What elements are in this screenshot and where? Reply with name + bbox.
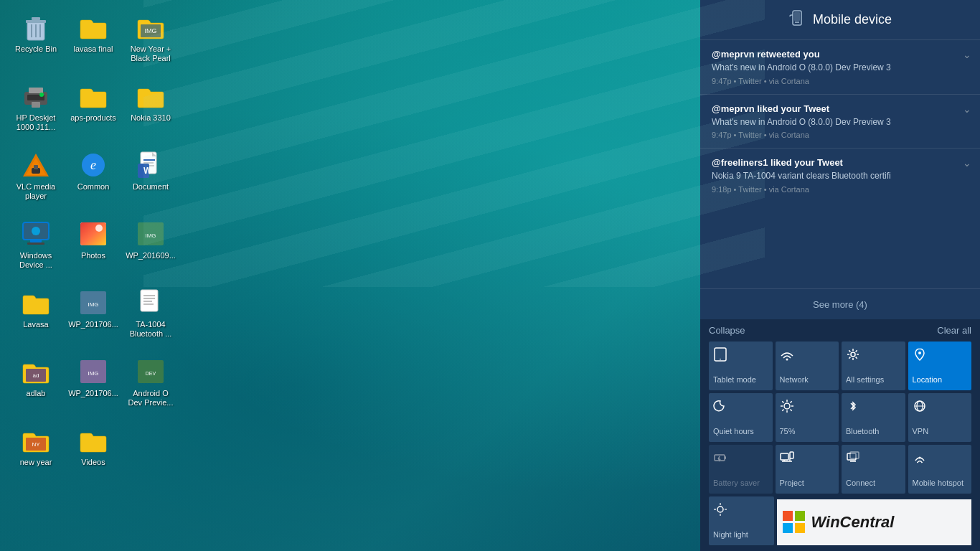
icon-new-year-black-pearl[interactable]: IMG New Year + Black Pearl [122,7,179,72]
collapse-button[interactable]: Collapse [709,325,745,336]
svg-line-65 [790,401,791,402]
icon-wp201706-2[interactable]: IMG WP_201706... [65,352,122,416]
tile-project-label: Project [780,479,804,488]
notification-panel: Mobile device @meprvn retweeted you What… [700,0,980,551]
logo-square-blue [783,523,793,533]
icon-nokia-label: Nokia 3310 [131,113,171,123]
notif-1-body: What's new in Android O (8.0.0) Dev Prev… [712,62,969,74]
icon-windows-device[interactable]: Windows Device ... [7,214,65,278]
svg-text:IMG: IMG [88,301,98,308]
svg-text:e: e [90,158,96,172]
svg-text:IMG: IMG [145,232,156,239]
icon-wp201609[interactable]: IMG WP_201609... [122,214,179,278]
svg-rect-21 [143,159,155,161]
logo-square-yellow [795,523,805,533]
svg-text:W: W [143,166,152,176]
svg-point-56 [851,352,855,357]
tile-bluetooth-label: Bluetooth [846,427,879,436]
mobile-device-icon [788,9,806,30]
svg-rect-71 [725,456,726,459]
notif-2-body: What's new in Android O (8.0.0) Dev Prev… [712,117,969,128]
night-light-row: Night light WinCentral [709,496,971,545]
tile-battery-saver[interactable]: Battery saver [709,445,773,494]
tile-night-light-label: Night light [713,530,748,540]
svg-point-83 [918,457,920,459]
icon-lavasa-final[interactable]: lavasa final [65,7,122,72]
icon-recycle-bin-label: Recycle Bin [15,44,57,54]
tile-connect[interactable]: Connect [842,445,905,494]
icon-lavasa[interactable]: Lavasa [7,283,65,347]
tile-project[interactable]: Project [776,445,839,494]
tile-location-label: Location [913,375,943,385]
icon-document[interactable]: W Document [122,145,179,209]
icon-vlc-label: VLC media player [10,182,62,201]
svg-rect-37 [141,290,158,311]
svg-point-58 [784,403,790,409]
tile-quiet-hours[interactable]: Quiet hours [709,393,773,442]
svg-rect-29 [27,242,44,245]
svg-point-84 [717,507,723,512]
tile-vpn[interactable]: VPN [908,393,972,442]
notif-3-header: @freeliners1 liked your Tweet [712,157,969,168]
tiles-row-3: Battery saver Project [709,445,971,494]
icon-photos[interactable]: Photos [65,214,122,278]
tile-mobile-hotspot[interactable]: Mobile hotspot [908,445,972,494]
icon-windows-device-label: Windows Device ... [10,251,62,270]
icon-new-year[interactable]: NY new year [7,420,65,485]
tile-vpn-label: VPN [913,427,929,436]
tile-night-light[interactable]: Night light [709,496,774,545]
brightness-icon [780,399,794,417]
see-more-section: See more (4) [700,288,980,319]
tiles-row-2: Quiet hours [709,393,971,442]
tile-bluetooth[interactable]: Bluetooth [842,393,905,442]
svg-rect-10 [32,102,40,108]
svg-rect-22 [143,162,154,164]
sun-icon [713,502,727,520]
tile-network[interactable]: Network [776,342,839,390]
clear-all-button[interactable]: Clear all [937,325,971,336]
wincentral-logo [783,511,806,534]
project-icon [780,451,794,468]
notification-1[interactable]: @meprvn retweeted you What's new in Andr… [700,39,980,94]
icon-videos-label: Videos [81,458,105,467]
icon-recycle-bin[interactable]: Recycle Bin [7,7,65,72]
desktop-icons: Recycle Bin lavasa final IMG New Year + … [0,0,689,551]
tile-tablet-mode[interactable]: Tablet mode [709,342,773,390]
icon-wp201609-label: WP_201609... [126,251,176,260]
see-more-link[interactable]: See more (4) [813,299,867,310]
svg-rect-11 [29,88,43,93]
icon-adlab[interactable]: ad adlab [7,352,65,416]
tile-battery-label: Battery saver [713,479,760,488]
svg-point-55 [786,359,788,361]
icon-aps-label: aps-products [70,113,116,123]
svg-text:IMG: IMG [88,370,98,377]
action-center: Collapse Clear all Tablet mode [700,319,980,551]
icon-videos[interactable]: Videos [65,420,122,485]
icon-aps-products[interactable]: aps-products [65,76,122,141]
icon-new-year-label: New Year + Black Pearl [125,44,176,63]
moon-icon [713,399,727,417]
icon-common[interactable]: e Common [65,145,122,209]
icon-hp-deskjet[interactable]: HP Deskjet 1000 J11... [7,76,65,141]
battery-icon [713,451,727,468]
icon-ta1004[interactable]: TA-1004 Bluetooth ... [122,283,179,347]
svg-line-66 [782,410,783,411]
notification-2[interactable]: @meprvn liked your Tweet What's new in A… [700,94,980,149]
icon-android-o[interactable]: DEV Android O Dev Previe... [122,352,179,416]
panel-header: Mobile device [700,0,980,39]
settings-icon [846,347,860,365]
icon-wp201706-1[interactable]: IMG WP_201706... [65,283,122,347]
connect-icon [846,451,860,468]
notif-3-body: Nokia 9 TA-1004 variant clears Bluetooth… [712,171,969,182]
tile-network-label: Network [780,375,809,385]
icon-nokia-3310[interactable]: Nokia 3310 [122,76,179,141]
tile-brightness[interactable]: 75% [776,393,839,442]
icon-wp201706-1-label: WP_201706... [68,320,118,329]
notification-3[interactable]: @freeliners1 liked your Tweet Nokia 9 TA… [700,148,980,202]
svg-text:NY: NY [32,441,40,448]
icon-new-year-label: new year [20,458,52,467]
tile-all-settings[interactable]: All settings [842,342,905,390]
icon-vlc[interactable]: VLC media player [7,145,65,209]
action-center-header: Collapse Clear all [709,325,971,336]
tile-location[interactable]: Location [908,342,972,390]
